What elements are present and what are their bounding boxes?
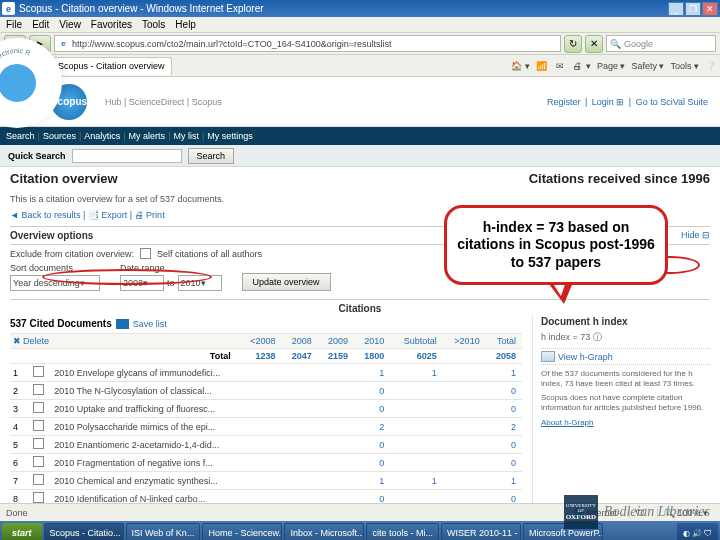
row-total[interactable]: 0 — [486, 490, 522, 504]
row-checkbox[interactable] — [30, 454, 51, 472]
stop-button[interactable]: ✕ — [585, 35, 603, 53]
browser-search-input[interactable]: 🔍 Google — [606, 35, 716, 52]
window-minimize-button[interactable]: _ — [668, 2, 684, 16]
url-field[interactable]: e http://www.scopus.com/cto2/main.url?ct… — [54, 35, 561, 52]
menu-file[interactable]: File — [6, 19, 22, 30]
menu-favorites[interactable]: Favorites — [91, 19, 132, 30]
row-total[interactable]: 0 — [486, 454, 522, 472]
nav-list[interactable]: My list — [173, 131, 199, 141]
refresh-button[interactable]: ↻ — [564, 35, 582, 53]
row-subtotal[interactable]: 1 — [390, 472, 443, 490]
col-2010[interactable]: 2010 — [354, 334, 390, 349]
nav-analytics[interactable]: Analytics — [84, 131, 120, 141]
row-subtotal[interactable]: 1 — [390, 364, 443, 382]
total-subtotal[interactable]: 6025 — [390, 349, 443, 364]
start-button[interactable]: start — [2, 523, 42, 540]
row-subtotal[interactable] — [390, 454, 443, 472]
row-title[interactable]: 2010 Chemical and enzymatic synthesi... — [51, 472, 238, 490]
menu-edit[interactable]: Edit — [32, 19, 49, 30]
back-export-print[interactable]: ◄ Back to results | 📑 Export | 🖨 Print — [10, 210, 165, 220]
total-2010[interactable]: 1800 — [354, 349, 390, 364]
row-total[interactable]: 1 — [486, 364, 522, 382]
sort-select[interactable]: Year descending ▾ — [10, 275, 100, 291]
menu-help[interactable]: Help — [175, 19, 196, 30]
row-checkbox[interactable] — [30, 418, 51, 436]
quick-search-input[interactable] — [72, 149, 182, 163]
row-subtotal[interactable] — [390, 490, 443, 504]
row-2010[interactable]: 0 — [354, 436, 390, 454]
row-checkbox[interactable] — [30, 400, 51, 418]
tool-page[interactable]: Page ▾ — [597, 60, 626, 72]
col-2008[interactable]: 2008 — [282, 334, 318, 349]
tool-help[interactable]: ❔ — [705, 60, 716, 72]
total-2008[interactable]: 2047 — [282, 349, 318, 364]
col-subtotal[interactable]: Subtotal — [390, 334, 443, 349]
row-total[interactable]: 0 — [486, 382, 522, 400]
login-link[interactable]: Login ⊞ — [592, 97, 625, 107]
row-title[interactable]: 2010 Envelope glycans of immunodefici... — [51, 364, 238, 382]
total-total[interactable]: 2058 — [486, 349, 522, 364]
row-title[interactable]: 2010 The N-Glycosylation of classical... — [51, 382, 238, 400]
taskbar-item[interactable]: Scopus - Citatio... — [44, 523, 124, 540]
row-subtotal[interactable] — [390, 400, 443, 418]
nav-sources[interactable]: Sources — [43, 131, 76, 141]
row-subtotal[interactable] — [390, 418, 443, 436]
row-2010[interactable]: 0 — [354, 382, 390, 400]
row-total[interactable]: 1 — [486, 472, 522, 490]
about-h-graph-link[interactable]: About h-Graph — [541, 418, 593, 427]
col-total[interactable]: Total — [486, 334, 522, 349]
product-breadcrumb[interactable]: Hub | ScienceDirect | Scopus — [105, 97, 222, 107]
quick-search-button[interactable]: Search — [188, 148, 235, 164]
total-prev[interactable]: 1238 — [239, 349, 282, 364]
exclude-self-checkbox[interactable] — [140, 248, 151, 259]
heatmap-icon[interactable] — [116, 319, 129, 329]
taskbar-item[interactable]: WISER 2010-11 - ... — [441, 523, 521, 540]
row-subtotal[interactable] — [390, 436, 443, 454]
row-title[interactable]: 2010 Uptake and trafficking of fluoresc.… — [51, 400, 238, 418]
row-2010[interactable]: 2 — [354, 418, 390, 436]
col-prev[interactable]: <2008 — [239, 334, 282, 349]
row-total[interactable]: 2 — [486, 418, 522, 436]
range-to-select[interactable]: 2010 ▾ — [178, 275, 222, 291]
nav-alerts[interactable]: My alerts — [129, 131, 166, 141]
row-2010[interactable]: 1 — [354, 472, 390, 490]
tool-home[interactable]: 🏠▾ — [511, 60, 530, 72]
row-total[interactable]: 0 — [486, 436, 522, 454]
col-2009[interactable]: 2009 — [318, 334, 354, 349]
row-title[interactable]: 2010 Enantiomeric 2-acetamido-1,4-did... — [51, 436, 238, 454]
update-overview-button[interactable]: Update overview — [242, 273, 331, 291]
register-link[interactable]: Register — [547, 97, 581, 107]
window-maximize-button[interactable]: ❐ — [685, 2, 701, 16]
menu-tools[interactable]: Tools — [142, 19, 165, 30]
taskbar-item[interactable]: cite tools - Mi... — [366, 523, 439, 540]
row-2010[interactable]: 0 — [354, 400, 390, 418]
tool-feeds[interactable]: 📶 — [536, 60, 548, 72]
hide-options-link[interactable]: Hide ⊟ — [681, 230, 710, 241]
total-2009[interactable]: 2159 — [318, 349, 354, 364]
row-2010[interactable]: 0 — [354, 490, 390, 504]
taskbar-item[interactable]: Inbox - Microsoft... — [284, 523, 364, 540]
scival-link[interactable]: Go to SciVal Suite — [636, 97, 708, 107]
save-list-link[interactable]: Save list — [133, 319, 167, 329]
row-title[interactable]: 2010 Fragmentation of negative ions f... — [51, 454, 238, 472]
taskbar-item[interactable]: ISI Web of Kn... — [126, 523, 201, 540]
row-subtotal[interactable] — [390, 382, 443, 400]
row-2010[interactable]: 0 — [354, 454, 390, 472]
nav-settings[interactable]: My settings — [207, 131, 253, 141]
row-checkbox[interactable] — [30, 490, 51, 504]
row-title[interactable]: 2010 Identification of N-linked carbo... — [51, 490, 238, 504]
tool-tools[interactable]: Tools ▾ — [670, 60, 699, 72]
taskbar-item[interactable]: Home - Sciencew... — [202, 523, 282, 540]
row-checkbox[interactable] — [30, 436, 51, 454]
row-2010[interactable]: 1 — [354, 364, 390, 382]
tool-mail[interactable]: ✉ — [554, 60, 566, 72]
window-close-button[interactable]: ✕ — [702, 2, 718, 16]
row-checkbox[interactable] — [30, 382, 51, 400]
range-from-select[interactable]: 2008 ▾ — [120, 275, 164, 291]
col-next[interactable]: >2010 — [443, 334, 486, 349]
tool-safety[interactable]: Safety ▾ — [631, 60, 664, 72]
tool-print[interactable]: 🖨▾ — [572, 60, 591, 72]
row-checkbox[interactable] — [30, 364, 51, 382]
row-total[interactable]: 0 — [486, 400, 522, 418]
row-title[interactable]: 2010 Polysaccharide mimics of the epi... — [51, 418, 238, 436]
